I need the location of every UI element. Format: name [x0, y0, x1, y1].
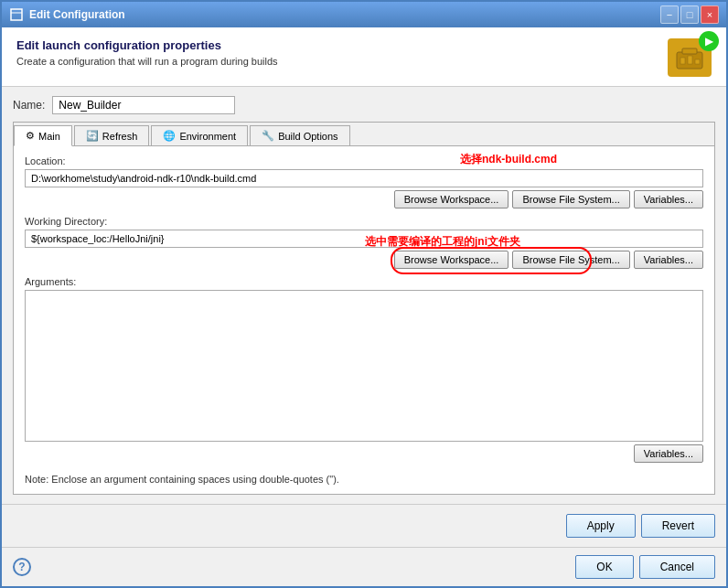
main-tab-content: Location: 选择ndk-build.cmd Browse Workspa… — [14, 146, 714, 494]
header-subtitle: Create a configuration that will run a p… — [16, 56, 278, 67]
cancel-button[interactable]: Cancel — [639, 555, 715, 579]
window-title: Edit Configuration — [29, 8, 125, 21]
tab-refresh[interactable]: 🔄 Refresh — [74, 125, 150, 145]
apply-button[interactable]: Apply — [566, 514, 636, 538]
browse-file-system-btn-1[interactable]: Browse File System... — [512, 190, 629, 208]
arguments-button-row: Variables... — [25, 444, 703, 463]
close-button[interactable]: × — [701, 5, 719, 24]
location-label: Location: — [25, 155, 703, 166]
refresh-tab-label: Refresh — [102, 131, 138, 142]
variables-btn-3[interactable]: Variables... — [634, 444, 703, 463]
bottom-buttons: Apply Revert — [2, 504, 726, 547]
svg-rect-6 — [695, 59, 700, 64]
location-section: Location: 选择ndk-build.cmd Browse Workspa… — [25, 155, 703, 208]
title-bar: Edit Configuration − □ × — [2, 2, 726, 27]
environment-tab-label: Environment — [179, 131, 236, 142]
tab-build-options[interactable]: 🔧 Build Options — [250, 125, 349, 145]
svg-rect-5 — [688, 56, 692, 64]
title-bar-left: Edit Configuration — [9, 7, 125, 22]
minimize-button[interactable]: − — [660, 5, 679, 24]
svg-rect-4 — [680, 58, 685, 64]
location-input[interactable] — [25, 169, 703, 187]
name-input[interactable] — [52, 96, 235, 114]
tab-main[interactable]: ⚙ Main — [14, 125, 72, 146]
refresh-tab-icon: 🔄 — [86, 130, 99, 142]
title-bar-buttons: − □ × — [660, 5, 719, 24]
working-dir-button-row: 选中需要编译的工程的jni文件夹 Browse Workspace... Bro… — [25, 251, 703, 269]
tab-panel: ⚙ Main 🔄 Refresh 🌐 Environment 🔧 Build O… — [13, 122, 715, 495]
main-window: Edit Configuration − □ × Edit launch con… — [0, 0, 728, 588]
header-icon: ▶ — [668, 38, 712, 77]
working-dir-section: Working Directory: 选中需要编译的工程的jni文件夹 Brow… — [25, 216, 703, 269]
footer-buttons: OK Cancel — [575, 555, 715, 579]
header-text: Edit launch configuration properties Cre… — [16, 38, 278, 67]
arguments-section: Arguments: Variables... — [25, 276, 703, 463]
header-title: Edit launch configuration properties — [16, 38, 278, 52]
name-label: Name: — [13, 99, 45, 112]
play-icon: ▶ — [699, 31, 719, 51]
window-icon — [9, 7, 24, 22]
build-options-tab-icon: 🔧 — [262, 130, 274, 142]
browse-file-system-btn-2[interactable]: Browse File System... — [512, 251, 629, 269]
environment-tab-icon: 🌐 — [163, 130, 176, 142]
tabs: ⚙ Main 🔄 Refresh 🌐 Environment 🔧 Build O… — [14, 123, 714, 146]
help-icon[interactable]: ? — [13, 558, 31, 576]
build-options-tab-label: Build Options — [278, 131, 337, 142]
content-area: Name: ⚙ Main 🔄 Refresh 🌐 Environment — [2, 87, 726, 504]
working-dir-input[interactable] — [25, 230, 703, 248]
revert-button[interactable]: Revert — [641, 514, 715, 538]
variables-btn-2[interactable]: Variables... — [634, 251, 703, 269]
maximize-button[interactable]: □ — [680, 5, 699, 24]
working-dir-label: Working Directory: — [25, 216, 703, 227]
header-section: Edit launch configuration properties Cre… — [2, 27, 726, 87]
name-row: Name: — [13, 96, 715, 114]
ok-button[interactable]: OK — [575, 555, 633, 579]
tab-environment[interactable]: 🌐 Environment — [151, 125, 248, 145]
footer-bar: ? OK Cancel — [2, 547, 726, 586]
browse-workspace-btn-1[interactable]: Browse Workspace... — [394, 190, 509, 208]
location-button-row: Browse Workspace... Browse File System..… — [25, 190, 703, 208]
variables-btn-1[interactable]: Variables... — [634, 190, 703, 208]
browse-workspace-btn-2[interactable]: Browse Workspace... — [394, 251, 509, 269]
svg-rect-7 — [682, 48, 697, 54]
main-tab-label: Main — [38, 131, 60, 142]
arguments-textarea[interactable] — [25, 290, 703, 442]
arguments-label: Arguments: — [25, 276, 703, 287]
note-text: Note: Enclose an argument containing spa… — [25, 474, 703, 485]
svg-rect-0 — [11, 9, 22, 20]
main-tab-icon: ⚙ — [26, 130, 35, 142]
